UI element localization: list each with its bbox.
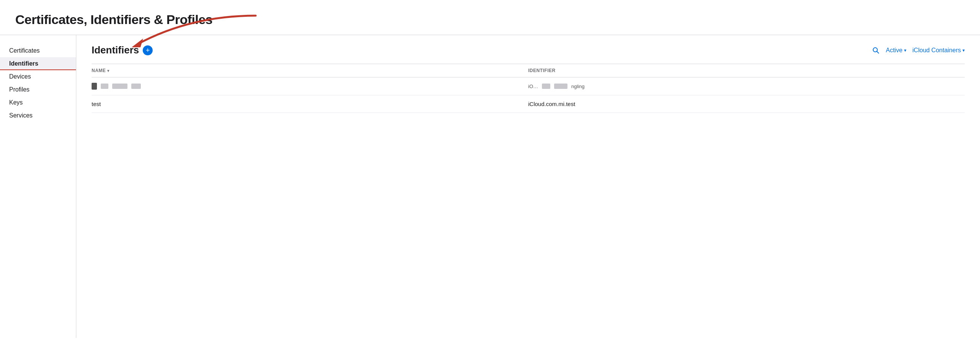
type-filter-chevron: ▾ bbox=[962, 48, 965, 53]
redacted-prefix: iO… bbox=[528, 84, 538, 89]
redacted-block-4 bbox=[542, 84, 550, 89]
search-button[interactable] bbox=[872, 47, 880, 54]
search-icon bbox=[872, 47, 880, 54]
sidebar-item-profiles[interactable]: Profiles bbox=[0, 83, 76, 96]
active-filter-label: Active bbox=[886, 47, 903, 54]
type-filter-label: iCloud Containers bbox=[912, 47, 961, 54]
content-area: Identifiers + Active ▾ iC bbox=[76, 35, 980, 338]
table-row[interactable]: test iCloud.com.mi.test bbox=[92, 95, 965, 113]
sidebar-item-keys[interactable]: Keys bbox=[0, 96, 76, 109]
sidebar: Certificates Identifiers Devices Profile… bbox=[0, 35, 76, 338]
identifiers-table: NAME ▾ IDENTIFIER bbox=[92, 64, 965, 113]
svg-line-2 bbox=[877, 51, 879, 53]
content-header: Identifiers + Active ▾ iC bbox=[92, 44, 965, 56]
sort-arrow-name: ▾ bbox=[107, 69, 110, 73]
redacted-block-5 bbox=[554, 84, 567, 89]
sidebar-item-identifiers[interactable]: Identifiers bbox=[0, 57, 76, 70]
cell-identifier-redacted: iO… ngling bbox=[528, 84, 965, 89]
type-filter-dropdown[interactable]: iCloud Containers ▾ bbox=[912, 47, 965, 54]
column-header-name: NAME ▾ bbox=[92, 68, 528, 73]
table-header: NAME ▾ IDENTIFIER bbox=[92, 64, 965, 77]
table-row[interactable]: iO… ngling bbox=[92, 77, 965, 95]
content-title: Identifiers bbox=[92, 44, 139, 56]
sidebar-item-devices[interactable]: Devices bbox=[0, 70, 76, 83]
cell-name-redacted bbox=[92, 83, 528, 90]
sidebar-item-certificates[interactable]: Certificates bbox=[0, 44, 76, 57]
sidebar-item-services[interactable]: Services bbox=[0, 109, 76, 122]
active-filter-dropdown[interactable]: Active ▾ bbox=[886, 47, 906, 54]
page-title: Certificates, Identifiers & Profiles bbox=[15, 12, 965, 27]
column-header-identifier: IDENTIFIER bbox=[528, 68, 965, 73]
header-actions: Active ▾ iCloud Containers ▾ bbox=[872, 47, 965, 54]
active-filter-chevron: ▾ bbox=[904, 48, 906, 53]
title-group: Identifiers + bbox=[92, 44, 153, 56]
add-identifier-button[interactable]: + bbox=[143, 45, 153, 55]
redacted-block-3 bbox=[131, 84, 141, 89]
redacted-block-2 bbox=[112, 84, 127, 89]
cell-identifier-test: iCloud.com.mi.test bbox=[528, 101, 965, 107]
cell-name-test: test bbox=[92, 101, 528, 107]
redacted-suffix: ngling bbox=[571, 84, 585, 89]
redacted-block-1 bbox=[101, 84, 108, 89]
redacted-icon bbox=[92, 83, 97, 90]
